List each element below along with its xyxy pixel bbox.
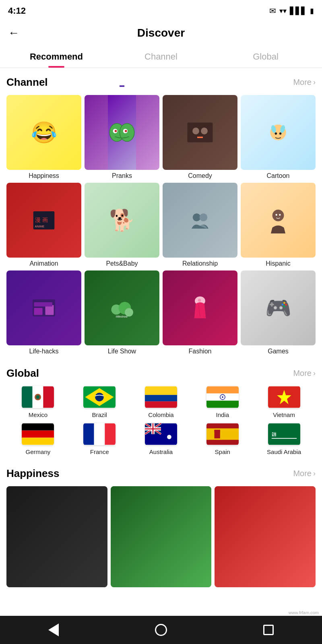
channel-section: Channel More › 😂 Happiness	[0, 68, 322, 359]
svg-text:ANIME: ANIME	[35, 224, 45, 228]
channel-label-pets: Pets&Baby	[106, 260, 138, 267]
comedy-svg	[186, 120, 214, 144]
signal-icon: ▋▋▋	[290, 6, 307, 15]
channel-item-happiness[interactable]: 😂 Happiness	[6, 95, 81, 180]
flag-spain	[206, 423, 239, 445]
channel-item-lifeshow[interactable]: #lifeshow Life Show	[85, 270, 159, 355]
global-item-spain[interactable]: Spain	[194, 423, 251, 455]
channel-grid: 😂 Happiness Pranks	[6, 95, 316, 355]
nav-recent-button[interactable]	[258, 620, 279, 640]
channel-item-games[interactable]: 🎮 Games	[241, 270, 316, 355]
hispanic-svg	[266, 207, 290, 233]
global-item-germany[interactable]: Germany	[10, 423, 66, 455]
happiness-thumb-2[interactable]	[111, 486, 212, 587]
channel-item-comedy[interactable]: Comedy	[163, 95, 237, 180]
channel-thumb-pets: 🐕	[85, 183, 159, 258]
channel-item-cartoon[interactable]: Cartoon	[241, 95, 316, 180]
svg-point-19	[193, 213, 201, 221]
country-label-brazil: Brazil	[92, 411, 107, 418]
global-more-arrow-icon: ›	[313, 369, 316, 378]
svg-text:画: 画	[42, 217, 48, 223]
channel-item-hispanic[interactable]: Hispanic	[241, 183, 316, 267]
svg-text:#lifeshow: #lifeshow	[116, 315, 128, 318]
happiness-thumb-1[interactable]	[6, 486, 107, 587]
svg-point-21	[272, 209, 284, 221]
channel-label-relationship: Relationship	[182, 260, 218, 267]
svg-rect-26	[45, 305, 54, 315]
happiness-thumb-3[interactable]	[215, 486, 316, 587]
svg-rect-56	[83, 423, 94, 445]
channel-thumb-games: 🎮	[241, 270, 316, 345]
channel-label-happiness: Happiness	[29, 172, 59, 180]
flag-colombia	[145, 386, 177, 408]
channel-thumb-fashion	[163, 270, 237, 345]
cartoon-svg	[264, 120, 292, 144]
channel-item-relationship[interactable]: Relationship	[163, 183, 237, 267]
channel-thumb-lifehacks	[6, 270, 81, 345]
svg-text:﷽: ﷽	[271, 432, 276, 437]
channel-label-hispanic: Hispanic	[266, 260, 290, 267]
happiness-section: Happiness More ›	[0, 459, 322, 591]
nav-back-button[interactable]	[43, 620, 64, 640]
global-item-saudi[interactable]: ﷽ Saudi Arabia	[256, 423, 312, 455]
pranks-label-overlay	[120, 85, 124, 87]
country-label-germany: Germany	[26, 448, 51, 455]
channel-item-fashion[interactable]: Fashion	[163, 270, 237, 355]
happiness-grid	[6, 486, 316, 587]
tab-channel[interactable]: Channel	[109, 46, 213, 68]
global-item-mexico[interactable]: Mexico	[10, 386, 66, 418]
svg-point-42	[95, 393, 104, 401]
status-time: 4:12	[8, 6, 26, 16]
channel-thumb-lifeshow: #lifeshow	[85, 270, 159, 345]
global-item-colombia[interactable]: Colombia	[133, 386, 190, 418]
channel-item-pranks[interactable]: Pranks	[85, 95, 159, 180]
channel-label-cartoon: Cartoon	[267, 172, 290, 180]
flag-mexico	[22, 386, 54, 408]
svg-point-33	[198, 299, 201, 301]
channel-label-lifehacks: Life-hacks	[29, 348, 59, 355]
tab-recommend[interactable]: Recommend	[4, 46, 109, 68]
tabs-container: Recommend Channel Global	[0, 46, 322, 68]
channel-label-pranks: Pranks	[112, 172, 132, 180]
flag-germany	[22, 423, 54, 445]
channel-item-lifehacks[interactable]: Life-hacks	[6, 270, 81, 355]
happiness-more-button[interactable]: More ›	[293, 469, 316, 478]
svg-rect-53	[22, 423, 54, 431]
flag-france	[83, 423, 116, 445]
nav-home-icon	[155, 624, 167, 636]
global-item-vietnam[interactable]: Vietnam	[256, 386, 312, 418]
svg-rect-71	[206, 428, 239, 440]
battery-icon: ▮	[310, 6, 314, 15]
svg-point-7	[192, 128, 199, 134]
channel-more-button[interactable]: More ›	[293, 78, 316, 87]
global-item-australia[interactable]: Australia	[133, 423, 190, 455]
svg-point-23	[279, 214, 281, 215]
global-more-button[interactable]: More ›	[293, 369, 316, 378]
svg-point-14	[279, 132, 282, 135]
back-button[interactable]: ←	[8, 27, 19, 39]
tab-global[interactable]: Global	[213, 46, 318, 68]
global-item-france[interactable]: France	[71, 423, 128, 455]
global-item-india[interactable]: India	[194, 386, 251, 418]
happiness-more-arrow-icon: ›	[313, 469, 316, 478]
nav-recent-icon	[263, 625, 274, 635]
svg-rect-27	[34, 302, 53, 307]
channel-thumb-comedy	[163, 95, 237, 170]
global-item-brazil[interactable]: Brazil	[71, 386, 128, 418]
country-label-india: India	[216, 411, 229, 418]
country-label-saudi: Saudi Arabia	[267, 448, 301, 455]
status-icons: ✉ ▾▾ ▋▋▋ ▮	[269, 6, 314, 16]
channel-item-pets[interactable]: 🐕 Pets&Baby	[85, 183, 159, 267]
channel-item-animation[interactable]: 漫 画 ANIME Animation	[6, 183, 81, 267]
nav-back-icon	[48, 623, 59, 636]
flag-saudi: ﷽	[268, 423, 300, 445]
svg-rect-45	[145, 401, 177, 408]
svg-rect-37	[43, 386, 54, 408]
channel-label-fashion: Fashion	[189, 348, 212, 355]
lifeshow-svg: #lifeshow	[108, 295, 136, 321]
svg-point-50	[222, 396, 223, 398]
channel-label-lifeshow: Life Show	[108, 348, 136, 355]
header: ← Discover	[0, 20, 322, 46]
status-bar: 4:12 ✉ ▾▾ ▋▋▋ ▮	[0, 0, 322, 20]
nav-home-button[interactable]	[151, 620, 171, 640]
